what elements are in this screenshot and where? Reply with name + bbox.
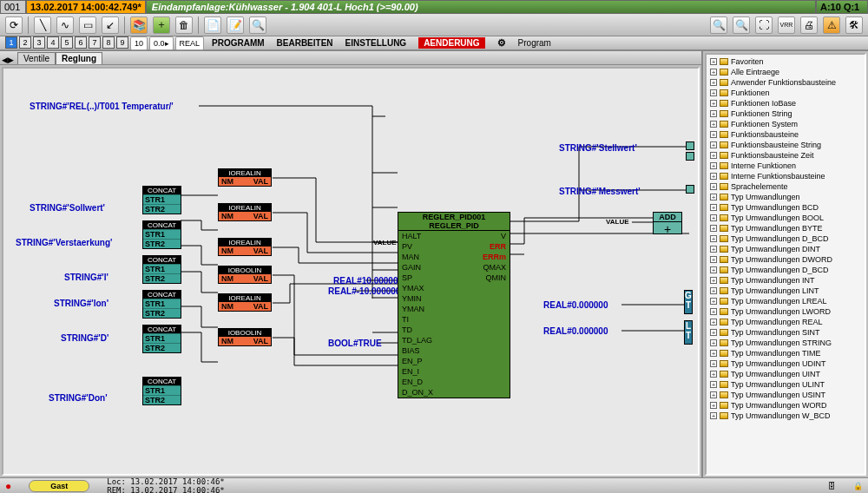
tree-node[interactable]: +Typ Umwandlungen UINT — [710, 369, 863, 379]
expand-icon[interactable]: + — [710, 110, 717, 117]
value-pill[interactable]: 0.0▸ — [149, 36, 174, 50]
fit-button[interactable]: ⛶ — [755, 16, 773, 34]
partial-block-g[interactable]: GT — [684, 290, 693, 314]
tree-node[interactable]: +Typ Umwandlungen UDINT — [710, 358, 863, 369]
tree-node[interactable]: +Funktionen String — [710, 108, 863, 119]
tree-node[interactable]: +Sprachelemente — [710, 181, 863, 192]
line-tool[interactable]: ╲ — [34, 16, 51, 34]
page-5-button[interactable]: 5 — [61, 36, 73, 49]
concat-block-6[interactable]: CONCAT STR1 STR2 — [142, 377, 181, 405]
expand-icon[interactable]: + — [710, 183, 717, 190]
partial-block-l[interactable]: LT — [684, 320, 693, 345]
expand-icon[interactable]: + — [710, 412, 717, 419]
tree-node[interactable]: +Typ Umwandlungen DWORD — [710, 254, 863, 265]
tree-node[interactable]: +Anwender Funktionsbausteine — [710, 77, 863, 88]
expand-icon[interactable]: + — [710, 298, 717, 305]
expand-icon[interactable]: + — [710, 121, 717, 128]
expand-icon[interactable]: + — [710, 225, 717, 232]
iorealin-block-3[interactable]: IOREALIN NMVAL — [218, 238, 272, 256]
menu-aenderung[interactable]: AENDERUNG — [418, 37, 484, 49]
notes-button[interactable]: 📝 — [227, 16, 244, 34]
tree-node[interactable]: +Typ Umwandlungen LREAL — [710, 296, 863, 306]
terminal-3[interactable] — [686, 185, 694, 194]
expand-icon[interactable]: + — [710, 152, 717, 159]
tree-node[interactable]: +Typ Umwandlungen W_BCD — [710, 411, 863, 421]
tree-node[interactable]: +Typ Umwandlungen ULINT — [710, 379, 863, 390]
expand-icon[interactable]: + — [710, 402, 717, 409]
refresh-button[interactable]: ⟳ — [5, 16, 23, 34]
expand-icon[interactable]: + — [710, 287, 717, 294]
expand-icon[interactable]: + — [710, 256, 717, 263]
add-button[interactable]: ＋ — [153, 16, 170, 34]
pid-block[interactable]: REGLER_PID001 REGLER_PID HALTVPVERRMANER… — [398, 212, 510, 398]
diagram-canvas[interactable]: STRING#'REL(..)/T001 Temperatur/' STRING… — [2, 67, 700, 476]
zoom-in-button[interactable]: 🔍 — [710, 16, 727, 34]
concat-block-1[interactable]: CONCAT STR1 STR2 — [142, 186, 181, 214]
tree-node[interactable]: +Typ Umwandlungen LWORD — [710, 306, 863, 317]
expand-icon[interactable]: + — [710, 162, 717, 169]
tree-node[interactable]: +Funktionen IoBase — [710, 98, 863, 108]
expand-icon[interactable]: + — [710, 350, 717, 357]
expand-icon[interactable]: + — [710, 266, 717, 273]
tree-node[interactable]: +Favoriten — [710, 56, 863, 67]
expand-icon[interactable]: + — [710, 194, 717, 200]
expand-icon[interactable]: + — [710, 69, 717, 76]
tree-node[interactable]: +Funktionsbausteine String — [710, 140, 863, 150]
expand-icon[interactable]: + — [710, 308, 717, 315]
tree-node[interactable]: +Typ Umwandlungen BCD — [710, 202, 863, 213]
expand-icon[interactable]: + — [710, 173, 717, 180]
tree-node[interactable]: +Funktionsbausteine — [710, 129, 863, 140]
menu-programm[interactable]: PROGRAMM — [212, 38, 265, 48]
tree-node[interactable]: +Typ Umwandlungen D_BCD — [710, 265, 863, 275]
tree-node[interactable]: +Typ Umwandlungen LINT — [710, 286, 863, 296]
expand-icon[interactable]: + — [710, 339, 717, 346]
tab-ventile[interactable]: Ventile — [17, 52, 56, 64]
expand-icon[interactable]: + — [710, 235, 717, 242]
library-tree[interactable]: +Favoriten+Alle Eintraege+Anwender Funkt… — [705, 53, 866, 476]
page-9-button[interactable]: 9 — [116, 36, 128, 49]
page-3-button[interactable]: 3 — [33, 36, 45, 49]
delete-button[interactable]: 🗑 — [175, 16, 193, 34]
menu-bearbeiten[interactable]: BEARBEITEN — [277, 38, 333, 48]
tree-node[interactable]: +Typ Umwandlungen D_BCD — [710, 233, 863, 244]
expand-icon[interactable]: + — [710, 100, 717, 107]
tree-node[interactable]: +Typ Umwandlungen STRING — [710, 338, 863, 348]
tree-node[interactable]: +Funktionsbausteine Zeit — [710, 150, 863, 161]
expand-icon[interactable]: + — [710, 89, 717, 96]
tree-node[interactable]: +Typ Umwandlungen BOOL — [710, 213, 863, 223]
expand-icon[interactable]: + — [710, 214, 717, 221]
print-button[interactable]: 🖨 — [800, 16, 818, 34]
iorealin-block-1[interactable]: IOREALIN NMVAL — [218, 168, 272, 187]
tree-node[interactable]: +Typ Umwandlungen DINT — [710, 244, 863, 254]
page-4-button[interactable]: 4 — [47, 36, 59, 49]
page-2-button[interactable]: 2 — [19, 36, 31, 49]
expand-icon[interactable]: + — [710, 204, 717, 211]
zoom-out-button[interactable]: 🔍 — [733, 16, 750, 34]
tree-node[interactable]: +Typ Umwandlungen USINT — [710, 390, 863, 400]
expand-icon[interactable]: + — [710, 141, 717, 148]
iorealin-block-4[interactable]: IOREALIN NMVAL — [218, 293, 272, 312]
settings-button[interactable]: 🛠 — [845, 16, 863, 34]
concat-block-5[interactable]: CONCAT STR1 STR2 — [142, 325, 181, 353]
tree-node[interactable]: +Typ Umwandlungen SINT — [710, 327, 863, 338]
add-block[interactable]: ADD + — [653, 212, 682, 234]
terminal-2[interactable] — [686, 152, 694, 161]
page-6-button[interactable]: 6 — [75, 36, 87, 49]
tree-node[interactable]: +Typ Umwandlungen BYTE — [710, 223, 863, 233]
concat-block-2[interactable]: CONCAT STR1 STR2 — [142, 220, 181, 249]
iorealin-block-2[interactable]: IOREALIN NMVAL — [218, 203, 272, 221]
tree-node[interactable]: +Typ Umwandlungen TIME — [710, 348, 863, 358]
box-tool[interactable]: ▭ — [79, 16, 96, 34]
tree-node[interactable]: +Typ Umwandlungen WORD — [710, 400, 863, 411]
menu-einstellung[interactable]: EINSTELLUNG — [345, 38, 407, 48]
tree-node[interactable]: +Funktionen System — [710, 119, 863, 129]
tree-node[interactable]: +Funktionen — [710, 88, 863, 98]
tree-node[interactable]: +Alle Eintraege — [710, 67, 863, 77]
save-vrr-button[interactable]: VRR — [778, 16, 795, 34]
expand-icon[interactable]: + — [710, 371, 717, 378]
count-pill[interactable]: 10 — [130, 36, 148, 50]
search-button[interactable]: 🔍 — [249, 16, 266, 34]
tab-reglung[interactable]: Reglung — [56, 52, 102, 64]
concat-block-4[interactable]: CONCAT STR1 STR2 — [142, 290, 181, 319]
document-button[interactable]: 📄 — [204, 16, 221, 34]
